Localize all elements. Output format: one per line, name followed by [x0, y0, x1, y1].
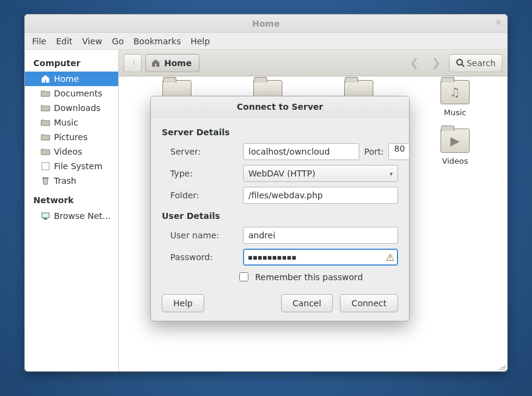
folder-icon — [41, 132, 50, 142]
search-icon — [456, 58, 465, 68]
menu-view[interactable]: View — [82, 36, 102, 46]
folder-label: Videos — [431, 156, 479, 166]
warning-icon: ⚠ — [386, 252, 394, 263]
remember-password-label: Remember this password — [255, 272, 363, 282]
svg-rect-0 — [42, 163, 49, 170]
trash-icon — [41, 176, 50, 186]
sidebar-item-pictures[interactable]: Pictures — [25, 130, 118, 144]
folder-item-videos[interactable]: ▶ Videos — [431, 129, 479, 166]
sidebar-item-label: Videos — [54, 147, 82, 156]
menubar: File Edit View Go Bookmarks Help — [25, 33, 507, 50]
help-button-label: Help — [173, 298, 193, 308]
port-spinbutton[interactable]: 80 ▴▾ — [388, 143, 410, 160]
port-value: 80 — [394, 144, 405, 153]
toolbar: 〈 Home ❮ ❯ Search — [119, 50, 507, 76]
chevron-left-icon: 〈 — [130, 59, 136, 67]
music-icon: ♫ — [441, 81, 469, 104]
connect-button[interactable]: Connect — [340, 294, 398, 312]
sidebar-item-home[interactable]: Home — [25, 72, 118, 86]
home-icon — [151, 58, 161, 68]
sidebar-item-label: File System — [54, 161, 102, 171]
home-icon — [41, 74, 50, 84]
path-chip-label: Home — [164, 58, 191, 68]
chevron-down-icon: ▾ — [390, 170, 393, 177]
connect-button-label: Connect — [351, 298, 387, 308]
section-server-details: Server Details — [162, 122, 398, 141]
cancel-button[interactable]: Cancel — [281, 294, 333, 312]
password-label: Password: — [170, 252, 237, 262]
nav-back-button[interactable]: ❮ — [405, 54, 424, 72]
type-value: WebDAV (HTTP) — [248, 169, 316, 178]
search-button-label: Search — [467, 58, 496, 68]
back-button[interactable]: 〈 — [124, 54, 142, 72]
svg-rect-1 — [42, 213, 49, 218]
window-close-icon[interactable]: ✕ — [494, 18, 502, 27]
username-label: User name: — [170, 230, 237, 240]
folder-icon — [41, 89, 50, 98]
section-user-details: User Details — [162, 206, 398, 224]
sidebar-item-filesystem[interactable]: File System — [25, 159, 118, 173]
help-button[interactable]: Help — [162, 294, 204, 312]
window-title: Home — [252, 19, 279, 29]
search-button[interactable]: Search — [449, 54, 502, 72]
path-chip-home[interactable]: Home — [145, 54, 199, 72]
menu-help[interactable]: Help — [190, 36, 210, 46]
folder-icon — [41, 103, 50, 113]
sidebar-item-label: Home — [54, 74, 79, 84]
resize-grip-icon[interactable] — [499, 365, 506, 370]
sidebar-item-label: Downloads — [54, 103, 101, 113]
folder-input[interactable] — [243, 187, 398, 204]
server-input[interactable] — [243, 143, 359, 160]
video-icon: ▶ — [441, 129, 469, 152]
sidebar-item-label: Documents — [54, 89, 102, 98]
connect-to-server-dialog: Connect to Server Server Details Server:… — [150, 96, 410, 321]
menu-go[interactable]: Go — [112, 36, 124, 46]
nav-forward-button[interactable]: ❯ — [427, 54, 445, 72]
drive-icon — [41, 161, 50, 171]
svg-rect-2 — [44, 218, 47, 220]
server-label: Server: — [170, 147, 237, 156]
sidebar-item-music[interactable]: Music — [25, 115, 118, 130]
sidebar-item-label: Browse Net... — [54, 211, 110, 221]
sidebar-item-label: Pictures — [54, 132, 87, 142]
sidebar-item-documents[interactable]: Documents — [25, 86, 118, 101]
folder-icon — [41, 147, 50, 156]
sidebar-item-label: Music — [54, 118, 78, 127]
folder-item-music[interactable]: ♫ Music — [431, 80, 479, 117]
password-input[interactable] — [243, 249, 398, 266]
remember-password-checkbox[interactable] — [239, 272, 248, 281]
folder-label: Music — [431, 108, 479, 117]
sidebar-item-downloads[interactable]: Downloads — [25, 101, 118, 115]
menu-bookmarks[interactable]: Bookmarks — [133, 36, 181, 46]
sidebar: Computer Home Documents Downloads Music — [25, 50, 119, 371]
folder-icon — [41, 118, 50, 127]
folder-label: Folder: — [170, 190, 237, 200]
menu-edit[interactable]: Edit — [56, 36, 72, 46]
network-icon — [41, 211, 50, 221]
type-combobox[interactable]: WebDAV (HTTP) ▾ — [243, 165, 398, 182]
sidebar-item-label: Trash — [54, 176, 76, 186]
sidebar-section-network: Network — [25, 193, 118, 209]
menu-file[interactable]: File — [32, 36, 46, 46]
sidebar-item-browse-network[interactable]: Browse Net... — [25, 209, 118, 223]
svg-point-3 — [457, 59, 462, 65]
sidebar-item-videos[interactable]: Videos — [25, 144, 118, 159]
sidebar-item-trash[interactable]: Trash — [25, 173, 118, 188]
type-label: Type: — [170, 169, 237, 178]
dialog-title: Connect to Server — [151, 96, 409, 118]
svg-line-4 — [462, 64, 464, 67]
cancel-button-label: Cancel — [293, 298, 321, 308]
username-input[interactable] — [243, 227, 398, 244]
port-label: Port: — [364, 147, 384, 156]
titlebar[interactable]: Home ✕ — [25, 15, 507, 33]
sidebar-section-computer: Computer — [25, 56, 118, 72]
